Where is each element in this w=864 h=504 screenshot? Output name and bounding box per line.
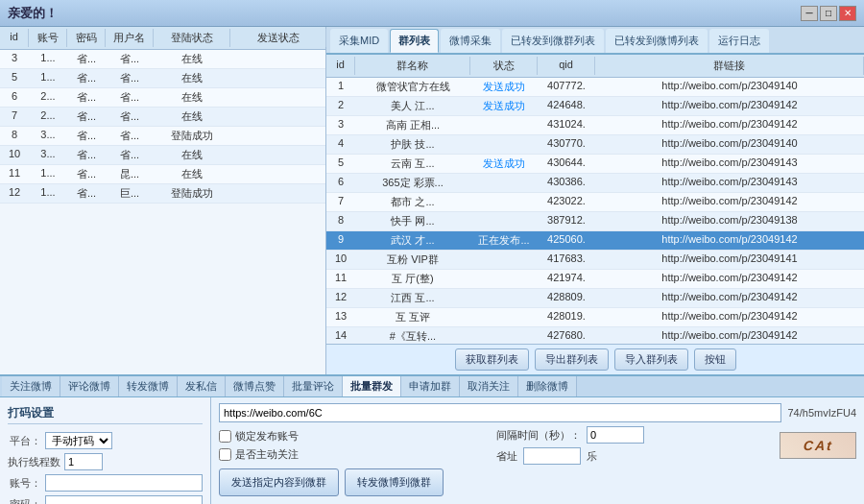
gcell-name: 365定 彩票... [355, 175, 470, 191]
gcell-status [470, 271, 538, 287]
url-row: 74/h5mvIzFU4 [219, 403, 856, 422]
cell-username: 省... [106, 108, 154, 125]
bottom-tab-apply-group[interactable]: 申请加群 [401, 376, 460, 396]
gcell-qid: 407772. [538, 79, 595, 95]
tab-group-list[interactable]: 群列表 [390, 29, 439, 53]
group-table-header: id 群名称 状态 qid 群链接 [326, 55, 864, 78]
cell-send-status [230, 51, 325, 67]
group-table-row[interactable]: 9 武汉 才... 正在发布... 425060. http://weibo.c… [326, 231, 864, 251]
tab-run-log[interactable]: 运行日志 [709, 29, 769, 53]
gcell-id: 7 [326, 194, 355, 210]
tab-sent-weibo[interactable]: 已转发到微博列表 [606, 29, 708, 53]
cell-username: 省... [106, 128, 154, 144]
gcell-name: #《互转... [355, 328, 470, 344]
interval-input[interactable] [587, 426, 644, 444]
group-table-row[interactable]: 11 互 厅(整) 421974. http://weibo.com/p/230… [326, 270, 864, 289]
account-input[interactable] [45, 474, 203, 492]
send-to-group-button[interactable]: 发送指定内容到微群 [219, 468, 339, 496]
left-table-row[interactable]: 7 2... 省... 省... 在线 [0, 108, 325, 127]
left-table-row[interactable]: 12 1... 省... 巨... 登陆成功 [0, 184, 325, 204]
gcell-link: http://weibo.com/p/23049142 [595, 194, 864, 210]
platform-select[interactable]: 手动打码 [45, 432, 112, 449]
gcell-name: 互 厅(整) [355, 271, 470, 287]
cell-id: 6 [0, 89, 29, 106]
gcell-id: 2 [326, 98, 355, 114]
gcell-name: 都市 之... [355, 194, 470, 210]
close-button[interactable]: ✕ [839, 6, 856, 21]
gcell-status [470, 290, 538, 306]
gcell-link: http://weibo.com/p/23049142 [595, 232, 864, 249]
gcell-status [470, 136, 538, 153]
active-follow-checkbox[interactable] [219, 448, 231, 461]
bottom-tab-follow-weibo[interactable]: 关注微博 [2, 376, 60, 396]
password-input[interactable] [45, 495, 203, 504]
gcell-name: 武汉 才... [355, 232, 470, 249]
gcell-status: 发送成功 [470, 98, 538, 114]
platform-row: 平台： 手动打码 [8, 432, 203, 449]
bottom-tab-batch-comment[interactable]: 批量评论 [284, 376, 343, 396]
gcell-qid: 428809. [538, 290, 595, 306]
group-table-row[interactable]: 10 互粉 VIP群 417683. http://weibo.com/p/23… [326, 251, 864, 270]
province-label: 省址 [496, 449, 517, 464]
captcha-title: 打码设置 [8, 405, 203, 424]
bottom-tab-batch-send[interactable]: 批量群发 [343, 376, 401, 396]
cell-send-status [230, 185, 325, 202]
tab-transfer-group[interactable]: 已转发到微群列表 [502, 29, 604, 53]
group-table-row[interactable]: 3 高南 正相... 431024. http://weibo.com/p/23… [326, 116, 864, 135]
tab-collect-mid[interactable]: 采集MID [330, 29, 388, 53]
group-table-row[interactable]: 8 快手 网... 387912. http://weibo.com/p/230… [326, 212, 864, 231]
forward-to-group-button[interactable]: 转发微博到微群 [345, 468, 444, 496]
fix-publisher-checkbox[interactable] [219, 430, 231, 443]
bottom-tab-send-dm[interactable]: 发私信 [178, 376, 226, 396]
gcell-id: 14 [326, 328, 355, 344]
left-table-row[interactable]: 10 3... 省... 省... 在线 [0, 146, 325, 165]
gcell-status [470, 175, 538, 191]
group-btn-导出群列表[interactable]: 导出群列表 [535, 348, 609, 371]
options-row: 锁定发布账号 是否主动关注 间隔时间（秒）： 省址 乐 [219, 426, 856, 465]
bottom-tab-cancel-follow[interactable]: 取消关注 [460, 376, 518, 396]
window-title: 亲爱的！ [8, 5, 801, 22]
cell-id: 7 [0, 108, 29, 125]
group-table-row[interactable]: 1 微管状官方在线 发送成功 407772. http://weibo.com/… [326, 78, 864, 97]
left-table-row[interactable]: 3 1... 省... 省... 在线 [0, 50, 325, 69]
left-table-row[interactable]: 6 2... 省... 省... 在线 [0, 88, 325, 108]
cell-login-status: 在线 [154, 166, 230, 182]
col-login-status: 登陆状态 [154, 29, 230, 47]
left-table-row[interactable]: 5 1... 省... 省... 在线 [0, 69, 325, 88]
gcell-qid: 428019. [538, 309, 595, 325]
window-controls: ─ □ ✕ [801, 6, 856, 21]
group-btn-导入群列表[interactable]: 导入群列表 [614, 348, 688, 371]
group-table-row[interactable]: 4 护肤 技... 430770. http://weibo.com/p/230… [326, 135, 864, 155]
cell-password: 省... [67, 70, 106, 86]
cell-account: 2... [29, 108, 67, 125]
bottom-tab-comment-weibo[interactable]: 评论微博 [60, 376, 119, 396]
group-btn-获取群列表[interactable]: 获取群列表 [455, 348, 529, 371]
tab-weibo-collect[interactable]: 微博采集 [441, 29, 500, 53]
gcol-name: 群名称 [355, 57, 470, 75]
group-table-row[interactable]: 14 #《互转... 427680. http://weibo.com/p/23… [326, 327, 864, 344]
left-table-row[interactable]: 8 3... 省... 省... 登陆成功 [0, 127, 325, 146]
gcol-id: id [326, 57, 355, 75]
minimize-button[interactable]: ─ [801, 6, 818, 21]
gcell-qid: 387912. [538, 213, 595, 229]
group-table-row[interactable]: 6 365定 彩票... 430386. http://weibo.com/p/… [326, 174, 864, 193]
province-input[interactable] [523, 447, 581, 465]
url-input[interactable] [219, 403, 781, 422]
bottom-tab-weibo-praise[interactable]: 微博点赞 [226, 376, 284, 396]
group-btn-按钮[interactable]: 按钮 [694, 348, 736, 371]
left-table-row[interactable]: 11 1... 省... 昆... 在线 [0, 165, 325, 184]
maximize-button[interactable]: □ [820, 6, 837, 21]
gcell-name: 微管状官方在线 [355, 79, 470, 95]
cell-send-status [230, 108, 325, 125]
group-table-row[interactable]: 13 互 互评 428019. http://weibo.com/p/23049… [326, 308, 864, 327]
group-table-row[interactable]: 7 都市 之... 423022. http://weibo.com/p/230… [326, 193, 864, 212]
group-table-row[interactable]: 12 江西 互... 428809. http://weibo.com/p/23… [326, 289, 864, 308]
group-table-row[interactable]: 2 美人 江... 发送成功 424648. http://weibo.com/… [326, 97, 864, 116]
gcell-link: http://weibo.com/p/23049143 [595, 156, 864, 172]
gcell-link: http://weibo.com/p/23049142 [595, 309, 864, 325]
cell-password: 省... [67, 128, 106, 144]
bottom-tab-forward-weibo[interactable]: 转发微博 [119, 376, 178, 396]
thread-input[interactable] [64, 453, 103, 470]
group-table-row[interactable]: 5 云南 互... 发送成功 430644. http://weibo.com/… [326, 155, 864, 174]
bottom-tab-delete-weibo[interactable]: 删除微博 [518, 376, 577, 396]
